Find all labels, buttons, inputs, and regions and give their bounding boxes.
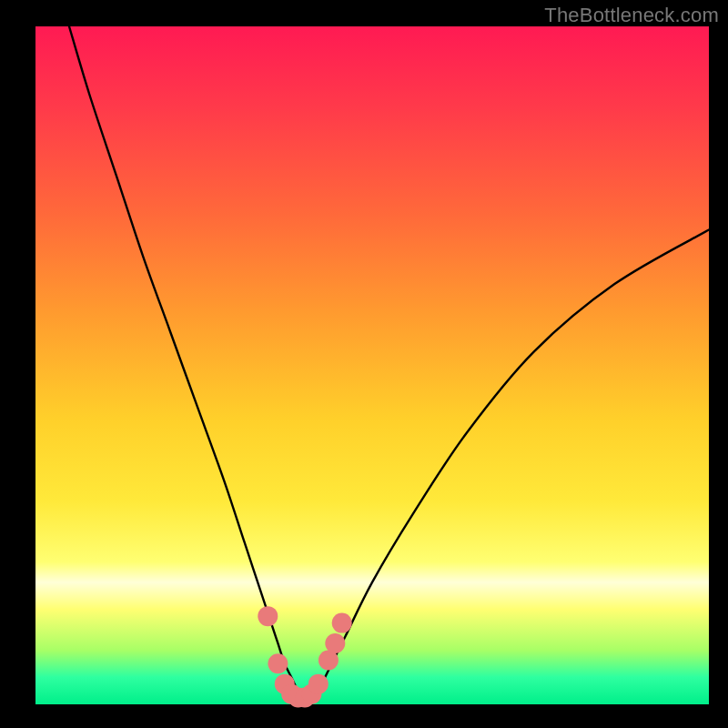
chart-svg [35, 26, 709, 704]
highlight-dot [268, 653, 288, 673]
bottleneck-curve [69, 26, 709, 698]
plot-area [35, 26, 709, 704]
watermark-text: TheBottleneck.com [544, 4, 719, 27]
chart-stage: TheBottleneck.com [0, 0, 728, 728]
highlight-dot [325, 633, 345, 653]
highlight-dots [258, 606, 351, 707]
highlight-dot [332, 613, 352, 633]
highlight-dot [258, 606, 278, 626]
highlight-dot [308, 674, 329, 694]
